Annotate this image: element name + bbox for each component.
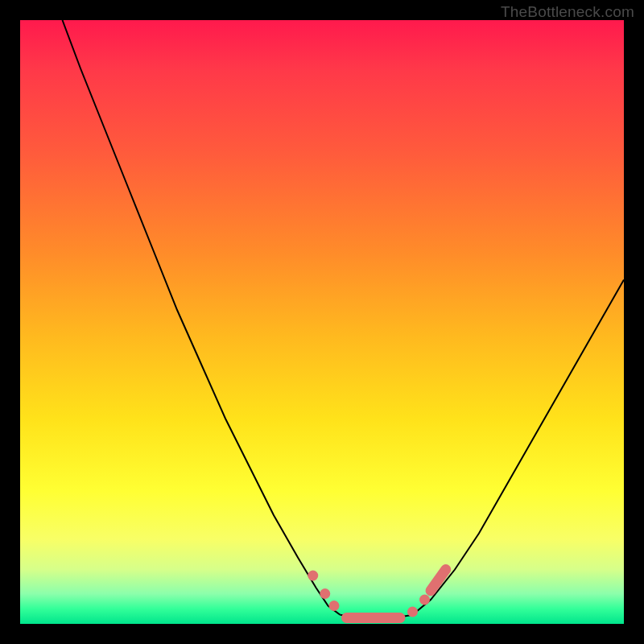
marker-pill (341, 613, 406, 623)
chart-svg (20, 20, 624, 624)
marker-dot (407, 607, 418, 617)
marker-dot (308, 571, 318, 581)
outer-frame: TheBottleneck.com (0, 0, 644, 644)
marker-dot (320, 588, 330, 599)
marker-pill-diagonal (431, 570, 446, 591)
plot-area (20, 20, 624, 624)
data-markers (308, 570, 446, 624)
left-curve (63, 20, 341, 615)
marker-dot (419, 595, 430, 605)
marker-dot (329, 601, 340, 611)
watermark-text: TheBottleneck.com (501, 3, 634, 21)
